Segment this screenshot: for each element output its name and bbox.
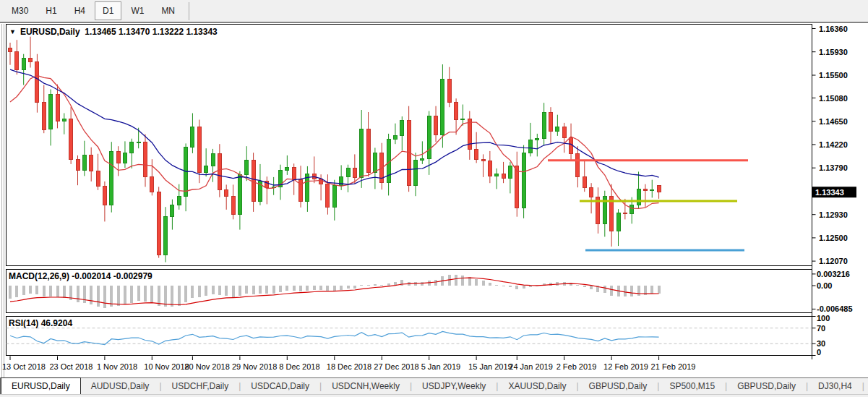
date-axis-label: 27 Dec 2018 bbox=[374, 362, 418, 371]
tab-gbpusd-daily[interactable]: GBPUSD,Daily bbox=[727, 378, 806, 394]
timeframe-button-mn[interactable]: MN bbox=[153, 1, 183, 20]
macd-axis-label: 0.003216 bbox=[817, 270, 850, 278]
tab-sp500-m15[interactable]: SP500,M15 bbox=[659, 378, 725, 394]
date-axis-label: 23 Oct 2018 bbox=[50, 362, 93, 371]
price-axis-label: 1.12500 bbox=[819, 234, 848, 242]
date-axis-label: 29 Nov 2018 bbox=[232, 362, 277, 371]
chart-dropdown-icon[interactable]: ▼ bbox=[9, 28, 16, 35]
price-axis-label: 1.15930 bbox=[819, 48, 848, 56]
date-axis-label: 5 Jan 2019 bbox=[421, 362, 460, 371]
tab-usdjpy-weekly[interactable]: USDJPY,Weekly bbox=[412, 378, 496, 394]
rsi-axis-label: 100 bbox=[817, 314, 830, 323]
tab-dj30-h4[interactable]: DJ30,H4 bbox=[808, 378, 862, 394]
tab-eurusd-daily[interactable]: EURUSD,Daily bbox=[1, 377, 81, 394]
macd-axis-label: 0.00 bbox=[817, 281, 832, 290]
date-axis-label: 10 Nov 2018 bbox=[144, 362, 189, 371]
candle bbox=[157, 187, 160, 257]
tab-usdcnh-weekly[interactable]: USDCNH,Weekly bbox=[322, 378, 410, 394]
chart-symbol-label: EURUSD,Daily bbox=[20, 27, 80, 37]
price-axis-label: 1.13790 bbox=[819, 163, 848, 172]
tab-usdcad-daily[interactable]: USDCAD,Daily bbox=[241, 378, 319, 394]
macd-axis: 0.0032160.00-0.006485 bbox=[812, 270, 853, 314]
date-axis-label: 8 Dec 2018 bbox=[279, 362, 319, 371]
price-axis-label: 1.14220 bbox=[819, 140, 848, 149]
rsi-axis-label: 30 bbox=[817, 339, 825, 348]
date-axis-label: 21 Feb 2019 bbox=[651, 362, 696, 371]
chart-tab-bar: EURUSD,DailyAUDUSD,Daily|USDCHF,Daily|US… bbox=[0, 377, 868, 394]
date-axis-label: 13 Oct 2018 bbox=[2, 362, 46, 371]
toolbar-separator bbox=[189, 2, 189, 20]
price-axis-label: 1.15500 bbox=[819, 71, 848, 80]
price-axis-label: 1.16360 bbox=[819, 25, 848, 33]
date-axis-label: 18 Dec 2018 bbox=[327, 362, 371, 371]
timeframe-toolbar: M30H1H4D1W1MN bbox=[0, 0, 868, 22]
date-axis-label: 12 Feb 2019 bbox=[603, 362, 648, 371]
rsi-indicator-label: RSI(14) 46.9204 bbox=[9, 318, 72, 328]
rsi-axis-label: 0 bbox=[817, 348, 821, 357]
price-axis-label: 1.12930 bbox=[819, 210, 848, 219]
date-axis-label: 15 Jan 2019 bbox=[468, 362, 512, 371]
tab-audusd-daily[interactable]: AUDUSD,Daily bbox=[81, 378, 160, 394]
tab-xauusd-daily[interactable]: XAUUSD,Daily bbox=[498, 378, 576, 394]
chart-title: ▼EURUSD,Daily 1.13465 1.13470 1.13222 1.… bbox=[9, 27, 218, 37]
price-axis-label: 1.15080 bbox=[819, 94, 848, 103]
rsi-axis-label: 70 bbox=[817, 324, 825, 333]
macd-axis-label: -0.006485 bbox=[817, 304, 853, 313]
tab-usdchf-daily[interactable]: USDCHF,Daily bbox=[162, 378, 239, 394]
chart-ohlc-values: 1.13465 1.13470 1.13222 1.13343 bbox=[85, 27, 218, 37]
macd-indicator-label: MACD(12,26,9) -0.002014 -0.002979 bbox=[9, 271, 152, 281]
timeframe-button-h1[interactable]: H1 bbox=[38, 1, 64, 20]
candle bbox=[110, 142, 113, 213]
status-strip bbox=[0, 394, 868, 397]
date-axis-label: 1 Nov 2018 bbox=[97, 362, 137, 371]
price-axis-label: 1.14650 bbox=[819, 117, 848, 126]
timeframe-button-w1[interactable]: W1 bbox=[123, 1, 152, 20]
price-axis: 1.163601.159301.155001.150801.146501.142… bbox=[812, 25, 857, 266]
chart-canvas[interactable]: 1.163601.159301.155001.150801.146501.142… bbox=[0, 0, 868, 397]
date-axis-label: 2 Feb 2019 bbox=[557, 362, 597, 371]
date-axis: 13 Oct 201823 Oct 20181 Nov 201810 Nov 2… bbox=[2, 357, 695, 372]
candle bbox=[522, 145, 525, 218]
current-price-label: 1.13343 bbox=[815, 188, 844, 197]
timeframe-button-h4[interactable]: H4 bbox=[66, 1, 93, 20]
tab-gbpusd-daily[interactable]: GBPUSD,Daily bbox=[579, 378, 658, 394]
rsi-pane[interactable] bbox=[7, 317, 812, 356]
timeframe-button-m30[interactable]: M30 bbox=[4, 1, 36, 20]
timeframe-button-d1[interactable]: D1 bbox=[95, 1, 121, 20]
tab-tech1[interactable]: TECH1 bbox=[864, 378, 868, 394]
date-axis-label: 24 Jan 2019 bbox=[509, 362, 553, 371]
date-axis-label: 20 Nov 2018 bbox=[184, 362, 229, 371]
price-axis-label: 1.12070 bbox=[819, 257, 848, 265]
